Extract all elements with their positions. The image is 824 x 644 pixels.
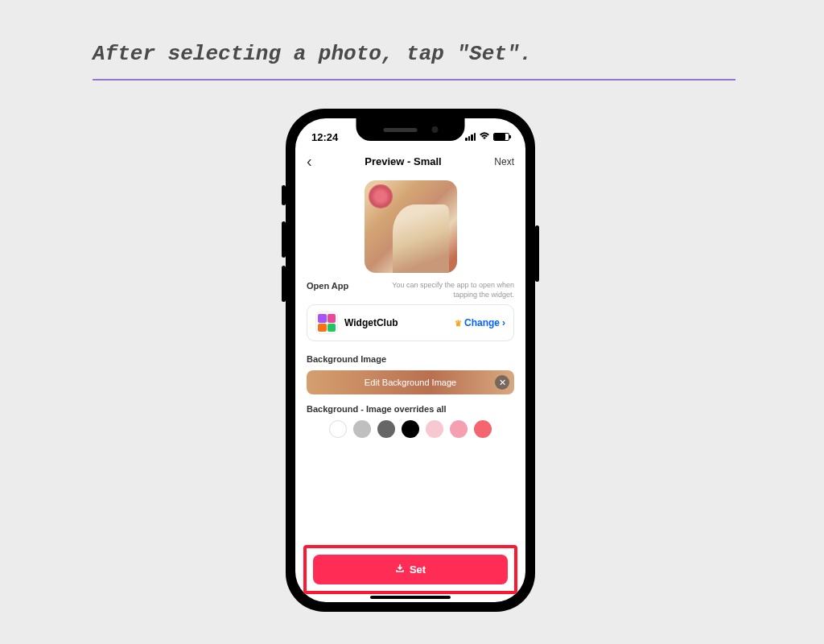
back-button[interactable]: ‹ xyxy=(307,152,312,171)
home-indicator[interactable] xyxy=(370,596,451,599)
edit-background-label: Edit Background Image xyxy=(365,378,456,387)
color-swatches xyxy=(307,420,514,438)
set-button-highlight: Set xyxy=(303,545,517,594)
nav-title: Preview - Small xyxy=(365,155,441,167)
side-button xyxy=(282,185,286,205)
next-button[interactable]: Next xyxy=(494,156,514,167)
nav-header: ‹ Preview - Small Next xyxy=(295,147,525,175)
background-image-label: Background Image xyxy=(307,354,514,364)
battery-icon xyxy=(493,133,509,141)
widget-preview-image xyxy=(365,180,457,273)
open-app-label: Open App xyxy=(307,281,348,291)
color-swatch[interactable] xyxy=(377,420,395,438)
download-icon xyxy=(395,564,405,576)
background-color-label: Background - Image overrides all xyxy=(307,404,514,414)
color-swatch[interactable] xyxy=(474,420,492,438)
app-name: WidgetClub xyxy=(344,317,448,328)
side-button xyxy=(282,221,286,258)
phone-frame: 12:24 ‹ Preview - Small Next Open App Yo… xyxy=(286,109,535,612)
color-swatch[interactable] xyxy=(426,420,443,438)
chevron-right-icon: › xyxy=(502,317,505,328)
wifi-icon xyxy=(479,131,490,142)
color-swatch[interactable] xyxy=(353,420,371,438)
app-card[interactable]: WidgetClub ♛ Change › xyxy=(307,304,514,341)
change-label: Change xyxy=(464,317,500,328)
crown-icon: ♛ xyxy=(455,319,462,328)
color-swatch[interactable] xyxy=(402,420,419,438)
set-button-label: Set xyxy=(410,564,426,576)
instruction-heading: After selecting a photo, tap "Set". xyxy=(93,42,735,80)
open-app-hint: You can specify the app to open when tap… xyxy=(377,281,514,299)
screen: 12:24 ‹ Preview - Small Next Open App Yo… xyxy=(295,118,525,602)
color-swatch[interactable] xyxy=(329,420,347,438)
edit-background-button[interactable]: Edit Background Image ✕ xyxy=(307,370,514,394)
signal-icon xyxy=(465,133,476,141)
color-swatch[interactable] xyxy=(450,420,468,438)
side-button xyxy=(535,225,539,282)
app-icon xyxy=(315,312,338,334)
close-icon[interactable]: ✕ xyxy=(495,375,509,390)
change-button[interactable]: ♛ Change › xyxy=(455,317,505,328)
status-time: 12:24 xyxy=(311,131,338,143)
notch xyxy=(356,118,465,141)
set-button[interactable]: Set xyxy=(313,555,508,584)
side-button xyxy=(282,266,286,302)
